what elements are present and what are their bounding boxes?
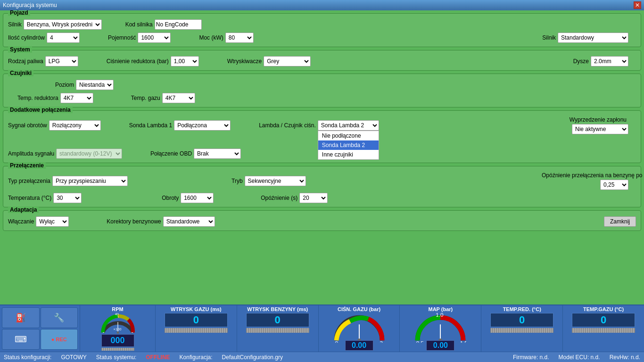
opoznienie-przelaczenia-group: Opóźnienie przełączenia na benzynę po zu… — [542, 172, 628, 190]
section-przelaczenie-title: Przełączenie — [8, 162, 46, 169]
zamknij-button[interactable]: Zamknij — [604, 216, 636, 227]
rpm-stripes — [101, 348, 134, 351]
wtrysk-benzyny-section: WTRYSK BENZYNY (ms) 0 — [237, 305, 319, 352]
poziom-group: Poziom Niestandar — [55, 80, 114, 90]
section-czujniki: Czujniki Poziom Niestandar Temp. redukto… — [3, 74, 641, 107]
temp-red-stripes — [490, 328, 553, 333]
temp-gazu-label: Temp. gazu — [131, 95, 160, 101]
amplituda-sygnalu-label: Amplituda sygnału — [8, 150, 54, 157]
temp-reduktora-select[interactable]: 4K7 — [60, 93, 93, 103]
wtrysk-benzyny-title: WTRYSK BENZYNY (ms) — [247, 306, 308, 312]
temp-reduktora-group: Temp. reduktora 4K7 — [17, 93, 93, 103]
wtrysk-gazu-stripes — [165, 328, 228, 333]
temperatura-select[interactable]: 30 — [53, 193, 82, 203]
cisn-gazu-section: CIŚN. GAZU (bar) 9 3 0.00 — [319, 305, 400, 352]
dropdown-item-inne-czujniki[interactable]: Inne czujniki — [318, 150, 379, 159]
cisn-gazu-value: 0.00 — [345, 340, 373, 351]
svg-text:40: 40 — [115, 313, 118, 316]
map-gauge: 0.5 1.0 1.5 — [414, 313, 466, 343]
cisnienie-reduktora-group: Ciśnienie reduktora (bar) 1,00 — [107, 56, 199, 66]
adaptacja-row1: Włączanie Wyłąc Korektory benzynowe Stan… — [8, 216, 636, 227]
main-content: Pojazd Silnik Benzyna, Wtrysk pośredni K… — [0, 10, 644, 304]
rodzaj-paliwa-group: Rodzaj paliwa LPG — [8, 56, 78, 66]
polaczenie-obd-label: Połączenie OBD — [150, 150, 192, 157]
rodzaj-paliwa-select[interactable]: LPG — [45, 56, 78, 66]
fuel-button[interactable]: ⛽ — [2, 307, 40, 328]
lambda-czujnik-select[interactable]: Sonda Lambda 2 — [318, 120, 379, 131]
obroty-label: Obroty — [162, 195, 179, 201]
typ-przelaczenia-label: Typ przełączenia — [8, 178, 50, 184]
pojazd-row1: Silnik Benzyna, Wtrysk pośredni Kod siln… — [8, 19, 636, 30]
svg-text:1.0: 1.0 — [436, 313, 444, 318]
przelaczenie-row2: Temperatura (°C) 30 Obroty 1600 Opóźnien… — [8, 193, 636, 203]
kod-silnika-input[interactable]: No EngCode — [155, 19, 202, 30]
lambda-czujnik-group: Lambda / Czujnik ciśn. Sonda Lambda 2 Ni… — [259, 120, 379, 131]
przelaczenie-row1: Typ przełączenia Przy przyspieszaniu Try… — [8, 172, 636, 190]
poziom-select[interactable]: Niestandar — [76, 80, 114, 90]
status-konfiguracji-value: GOTOWY — [61, 354, 86, 361]
svg-text:0.5: 0.5 — [416, 340, 424, 343]
svg-text:×100: ×100 — [113, 327, 121, 331]
status-systemu-label: Status systemu: — [96, 354, 136, 361]
keyboard-button[interactable]: ⌨ — [2, 329, 40, 350]
pojemnosc-label: Pojemność — [108, 34, 136, 41]
pojazd-row2: Ilość cylindrów 4 Pojemność 1600 Moc (kW… — [8, 33, 636, 43]
rodzaj-paliwa-label: Rodzaj paliwa — [8, 58, 43, 65]
section-dodatkowe-title: Dodatkowe połączenia — [8, 107, 73, 113]
silnik-select[interactable]: Benzyna, Wtrysk pośredni — [24, 19, 102, 30]
sygnal-obrotow-select[interactable]: Rozłączony — [49, 120, 101, 131]
wlaczanie-select[interactable]: Wyłąc — [36, 216, 69, 227]
cisnienie-reduktora-select[interactable]: 1,00 — [171, 56, 199, 66]
rev-hw-value: RevHw: n.d. — [610, 354, 640, 361]
wyprzedzenie-zapłonu-label: Wyprzedzenie zapłonu — [570, 116, 627, 123]
opoznienie-przelaczenia-select[interactable]: 0,25 — [600, 180, 628, 190]
silnik2-select[interactable]: Standardowy — [558, 33, 628, 43]
wyprzedzenie-zapłonu-select[interactable]: Nie aktywne — [572, 124, 628, 134]
section-pojazd: Pojazd Silnik Benzyna, Wtrysk pośredni K… — [3, 13, 641, 47]
opoznienie-select[interactable]: 20 — [299, 193, 328, 203]
moc-select[interactable]: 80 — [225, 33, 254, 43]
tryb-select[interactable]: Sekwencyjne — [245, 176, 306, 186]
korektory-benzynowe-select[interactable]: Standardowe — [163, 216, 215, 227]
konfiguracja-value: DefaultConfiguration.gry — [222, 354, 283, 361]
czujniki-row2: Temp. reduktora 4K7 Temp. gazu 4K7 — [8, 93, 636, 103]
dysze-select[interactable]: 2.0mm — [591, 56, 628, 66]
temp-gazu-select[interactable]: 4K7 — [162, 93, 195, 103]
title-bar: Konfiguracja systemu ✕ — [0, 0, 644, 10]
wtryskiwacze-select[interactable]: Grey — [264, 56, 311, 66]
section-dodatkowe: Dodatkowe połączenia Sygnał obrotów Rozł… — [3, 110, 641, 163]
map-title: MAP (bar) — [429, 306, 453, 312]
moc-label: Moc (kW) — [199, 34, 223, 41]
ilosc-cylindrow-group: Ilość cylindrów 4 — [8, 33, 80, 43]
dropdown-item-sonda-lambda2[interactable]: Sonda Lambda 2 — [318, 140, 379, 150]
wlaczanie-label: Włączanie — [8, 218, 34, 225]
opoznienie-label: Opóźnienie (s) — [261, 195, 297, 201]
engine-button[interactable]: 🔧 — [41, 307, 78, 328]
section-pojazd-title: Pojazd — [8, 10, 30, 16]
dropdown-item-nie-podlaczone[interactable]: Nie podłączone — [318, 131, 379, 140]
section-system-title: System — [8, 46, 32, 53]
rec-button[interactable]: ● REC — [41, 329, 78, 350]
close-button[interactable]: ✕ — [634, 1, 641, 9]
typ-przelaczenia-select[interactable]: Przy przyspieszaniu — [52, 176, 128, 186]
ilosc-cylindrow-select[interactable]: 4 — [47, 33, 80, 43]
amplituda-sygnalu-select[interactable]: standardowy (0-12V) — [56, 148, 122, 159]
model-ecu-value: Model ECU: n.d. — [559, 354, 600, 361]
sygnal-obrotow-group: Sygnał obrotów Rozłączony — [8, 120, 101, 131]
amplituda-sygnalu-group: Amplituda sygnału standardowy (0-12V) — [8, 148, 122, 159]
section-adaptacja: Adaptacja Włączanie Wyłąc Korektory benz… — [3, 210, 641, 231]
sonda-lambda1-label: Sonda Lambda 1 — [129, 122, 172, 129]
sonda-lambda1-select[interactable]: Podłączona — [174, 120, 231, 131]
firmware-value: Firmware: n.d. — [513, 354, 549, 361]
polaczenie-obd-select[interactable]: Brak — [194, 148, 241, 159]
sygnal-obrotow-label: Sygnał obrotów — [8, 122, 47, 129]
obroty-select[interactable]: 1600 — [181, 193, 214, 203]
wtryskiwacze-label: Wtryskiwacze — [227, 58, 262, 65]
dodatkowe-row1: Sygnał obrotów Rozłączony Sonda Lambda 1… — [8, 116, 636, 134]
status-bar: Status konfiguracji: GOTOWY Status syste… — [0, 352, 644, 362]
temp-red-title: TEMP.RED. (°C) — [503, 306, 541, 312]
rpm-title: RPM — [112, 306, 123, 312]
app-title: Konfiguracja systemu — [3, 2, 57, 8]
pojemnosc-select[interactable]: 1600 — [138, 33, 171, 43]
wtryskiwacze-group: Wtryskiwacze Grey — [227, 56, 311, 66]
